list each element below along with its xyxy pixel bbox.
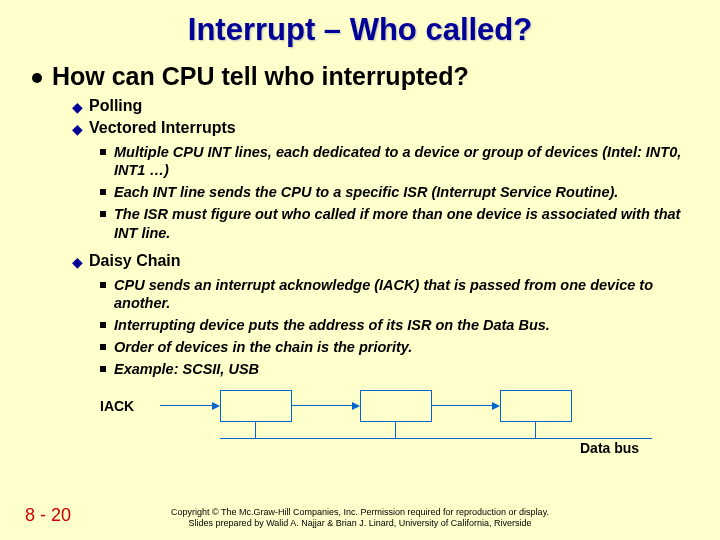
arrow-line-icon bbox=[432, 405, 492, 406]
slide-title: Interrupt – Who called? bbox=[0, 0, 720, 48]
sub-item-polling: ◆ Polling bbox=[72, 97, 720, 115]
square-icon bbox=[100, 366, 106, 372]
main-bullet: How can CPU tell who interrupted? bbox=[0, 48, 720, 91]
list-item: Interrupting device puts the address of … bbox=[100, 316, 720, 334]
arrow-head-icon bbox=[352, 402, 360, 410]
list-item: Example: SCSII, USB bbox=[100, 360, 720, 378]
sub-text: Polling bbox=[89, 97, 142, 115]
item-text: The ISR must figure out who called if mo… bbox=[114, 205, 690, 241]
sub-list: ◆ Daisy Chain bbox=[0, 246, 720, 270]
diamond-icon: ◆ bbox=[72, 121, 83, 137]
connector-line-icon bbox=[255, 422, 256, 438]
square-icon bbox=[100, 189, 106, 195]
connector-line-icon bbox=[395, 422, 396, 438]
square-icon bbox=[100, 282, 106, 288]
sub-text: Vectored Interrupts bbox=[89, 119, 236, 137]
sub-item-vectored: ◆ Vectored Interrupts bbox=[72, 119, 720, 137]
square-icon bbox=[100, 344, 106, 350]
sub-item-daisy: ◆ Daisy Chain bbox=[72, 252, 720, 270]
device-box bbox=[500, 390, 572, 422]
item-text: Order of devices in the chain is the pri… bbox=[114, 338, 412, 356]
sub-list: ◆ Polling ◆ Vectored Interrupts bbox=[0, 91, 720, 137]
item-text: Interrupting device puts the address of … bbox=[114, 316, 550, 334]
square-icon bbox=[100, 322, 106, 328]
list-item: Order of devices in the chain is the pri… bbox=[100, 338, 720, 356]
copyright-line2: Slides prepared by Walid A. Najjar & Bri… bbox=[189, 518, 532, 528]
main-bullet-text: How can CPU tell who interrupted? bbox=[52, 62, 469, 91]
slide-number: 8 - 20 bbox=[25, 505, 71, 526]
arrow-line-icon bbox=[160, 405, 212, 406]
databus-label: Data bus bbox=[580, 440, 639, 456]
bullet-dot-icon bbox=[32, 73, 42, 83]
item-text: CPU sends an interrupt acknowledge (IACK… bbox=[114, 276, 690, 312]
list-item: Each INT line sends the CPU to a specifi… bbox=[100, 183, 720, 201]
arrow-line-icon bbox=[292, 405, 352, 406]
list-item: Multiple CPU INT lines, each dedicated t… bbox=[100, 143, 720, 179]
iack-label: IACK bbox=[100, 398, 134, 414]
item-text: Each INT line sends the CPU to a specifi… bbox=[114, 183, 618, 201]
arrow-head-icon bbox=[212, 402, 220, 410]
square-icon bbox=[100, 211, 106, 217]
arrow-head-icon bbox=[492, 402, 500, 410]
databus-line-icon bbox=[220, 438, 652, 439]
device-box bbox=[360, 390, 432, 422]
item-text: Multiple CPU INT lines, each dedicated t… bbox=[114, 143, 690, 179]
copyright: Copyright © The Mc.Graw-Hill Companies, … bbox=[0, 507, 720, 530]
connector-line-icon bbox=[535, 422, 536, 438]
list-item: The ISR must figure out who called if mo… bbox=[100, 205, 720, 241]
device-box bbox=[220, 390, 292, 422]
vectored-sublist: Multiple CPU INT lines, each dedicated t… bbox=[0, 141, 720, 242]
copyright-line1: Copyright © The Mc.Graw-Hill Companies, … bbox=[171, 507, 549, 517]
sub-text: Daisy Chain bbox=[89, 252, 181, 270]
diamond-icon: ◆ bbox=[72, 254, 83, 270]
footer: 8 - 20 Copyright © The Mc.Graw-Hill Comp… bbox=[0, 507, 720, 530]
list-item: CPU sends an interrupt acknowledge (IACK… bbox=[100, 276, 720, 312]
daisy-chain-diagram: IACK Data bus bbox=[100, 390, 660, 450]
item-text: Example: SCSII, USB bbox=[114, 360, 259, 378]
daisy-sublist: CPU sends an interrupt acknowledge (IACK… bbox=[0, 274, 720, 379]
diamond-icon: ◆ bbox=[72, 99, 83, 115]
square-icon bbox=[100, 149, 106, 155]
